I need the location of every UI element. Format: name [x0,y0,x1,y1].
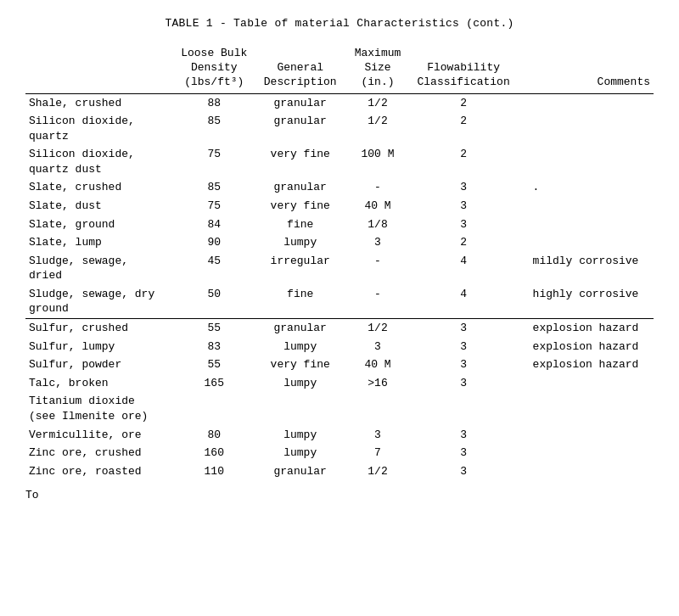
cell-maxsize [344,392,412,425]
cell-description: granular [258,178,344,197]
table-row: Zinc ore, crushed 160 lumpy 7 3 [25,444,654,462]
cell-flowability: 4 [413,285,516,318]
table-row: Slate, lump 90 lumpy 3 2 [25,233,654,252]
cell-description: lumpy [258,426,344,445]
cell-density: 88 [172,93,258,112]
cell-description: lumpy [258,233,344,252]
cell-density: 75 [172,145,258,178]
material-table: Loose BulkDensity(lbs/ft³) GeneralDescri… [25,45,654,480]
table-row: Silicon dioxide,quartz 85 granular 1/2 2 [25,112,654,145]
cell-material: Slate, crushed [25,178,172,197]
cell-description: irregular [258,252,344,285]
cell-comments: . [516,178,654,197]
cell-material: Zinc ore, crushed [25,444,172,462]
cell-flowability: 3 [413,462,516,481]
cell-material: Talc, broken [25,374,172,393]
table-row: Shale, crushed 88 granular 1/2 2 [25,93,654,112]
cell-description: granular [258,319,344,338]
cell-comments [516,233,654,252]
cell-maxsize: 1/8 [344,216,412,234]
cell-comments [516,93,654,112]
cell-flowability: 3 [413,374,516,393]
cell-density: 50 [172,285,258,318]
cell-description: very fine [258,197,344,216]
cell-material: Silicon dioxide,quartz dust [25,145,172,178]
cell-material: Sludge, sewage,dried [25,252,172,285]
cell-density: 110 [172,462,258,481]
table-row: Zinc ore, roasted 110 granular 1/2 3 [25,462,654,481]
table-row: Titanium dioxide(see Ilmenite ore) [25,392,654,425]
cell-maxsize: 40 M [344,356,412,374]
header-flowability: FlowabilityClassification [413,45,516,93]
cell-description: fine [258,285,344,318]
cell-density: 80 [172,426,258,445]
table-row: Sulfur, lumpy 83 lumpy 3 3 explosion haz… [25,338,654,356]
cell-density: 45 [172,252,258,285]
header-density: Loose BulkDensity(lbs/ft³) [172,45,258,93]
cell-comments [516,112,654,145]
header-comments: Comments [516,45,654,93]
cell-maxsize: 3 [344,233,412,252]
header-maxsize: MaximumSize(in.) [344,45,412,93]
cell-description: granular [258,93,344,112]
table-row: Vermicullite, ore 80 lumpy 3 3 [25,426,654,445]
cell-maxsize: 1/2 [344,462,412,481]
cell-comments [516,145,654,178]
cell-material: Titanium dioxide(see Ilmenite ore) [25,392,172,425]
table-row: Sludge, sewage, dryground 50 fine - 4 hi… [25,285,654,318]
cell-description [258,392,344,425]
table-row: Sulfur, crushed 55 granular 1/2 3 explos… [25,319,654,338]
cell-density: 85 [172,178,258,197]
table-row: Sulfur, powder 55 very fine 40 M 3 explo… [25,356,654,374]
cell-material: Shale, crushed [25,93,172,112]
cell-description: fine [258,216,344,234]
cell-flowability: 2 [413,145,516,178]
cell-flowability: 3 [413,356,516,374]
cell-maxsize: >16 [344,374,412,393]
cell-flowability [413,392,516,425]
cell-comments [516,392,654,425]
cell-density: 165 [172,374,258,393]
table-row: Talc, broken 165 lumpy >16 3 [25,374,654,393]
cell-density [172,392,258,425]
cell-comments: explosion hazard [516,356,654,374]
cell-flowability: 3 [413,444,516,462]
cell-density: 84 [172,216,258,234]
cell-description: very fine [258,356,344,374]
cell-flowability: 2 [413,93,516,112]
cell-flowability: 3 [413,338,516,356]
cell-flowability: 2 [413,112,516,145]
header-material [25,45,172,93]
table-title: TABLE 1 - Table of material Characterist… [25,17,654,30]
cell-material: Slate, dust [25,197,172,216]
cell-density: 85 [172,112,258,145]
table-row: Slate, dust 75 very fine 40 M 3 [25,197,654,216]
cell-maxsize: 40 M [344,197,412,216]
cell-description: lumpy [258,338,344,356]
cell-material: Sludge, sewage, dryground [25,285,172,318]
footer-to: To [25,489,654,501]
cell-material: Silicon dioxide,quartz [25,112,172,145]
cell-description: granular [258,462,344,481]
cell-material: Sulfur, lumpy [25,338,172,356]
cell-comments [516,197,654,216]
cell-maxsize: 1/2 [344,319,412,338]
cell-flowability: 3 [413,319,516,338]
cell-maxsize: 1/2 [344,112,412,145]
cell-flowability: 4 [413,252,516,285]
cell-maxsize: - [344,252,412,285]
cell-density: 55 [172,356,258,374]
cell-material: Slate, lump [25,233,172,252]
cell-comments: explosion hazard [516,319,654,338]
cell-description: lumpy [258,374,344,393]
cell-comments [516,216,654,234]
cell-flowability: 3 [413,426,516,445]
table-row: Silicon dioxide,quartz dust 75 very fine… [25,145,654,178]
cell-material: Sulfur, powder [25,356,172,374]
cell-maxsize: - [344,285,412,318]
cell-density: 55 [172,319,258,338]
cell-description: lumpy [258,444,344,462]
cell-maxsize: 1/2 [344,93,412,112]
cell-maxsize: 100 M [344,145,412,178]
table-row: Slate, ground 84 fine 1/8 3 [25,216,654,234]
